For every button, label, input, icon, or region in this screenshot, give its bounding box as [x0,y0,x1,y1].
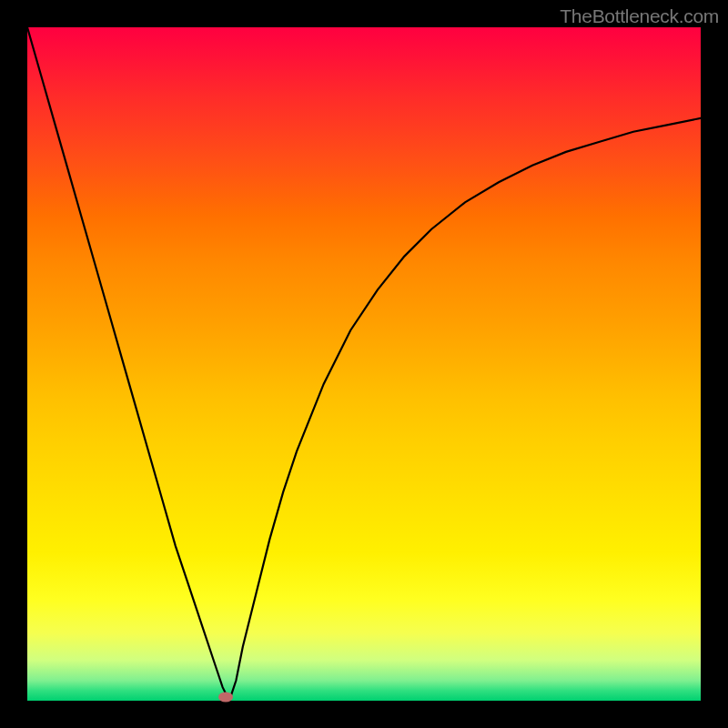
chart-frame: TheBottleneck.com [0,0,728,728]
watermark-text: TheBottleneck.com [560,5,719,27]
bottleneck-curve [27,27,701,701]
plot-area [27,27,701,701]
minimum-marker [218,693,233,703]
